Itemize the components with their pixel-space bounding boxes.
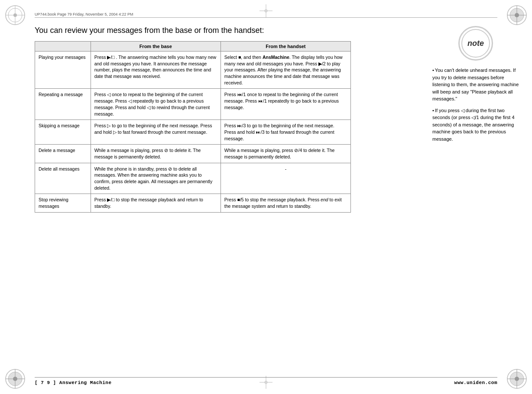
svg-point-4 [13,13,17,17]
note-text: You can't delete unheard messages. If yo… [432,67,519,142]
main-content: You can review your messages from the ba… [35,26,351,213]
row-label-0: Playing your messages [35,52,91,89]
corner-decoration-tl [4,4,26,26]
table-row: Delete all messagesWhile the phone is in… [35,163,351,194]
row-handset-5: Press ■/5 to stop the message playback. … [221,194,350,212]
header-text: UP744.book Page 79 Friday, November 5, 2… [35,12,133,16]
table-row: Repeating a messagePress ◁ once to repea… [35,89,351,120]
row-base-5: Press ▶/□ to stop the message playback a… [91,194,221,212]
row-base-3: While a message is playing, press ⊘ to d… [91,145,221,163]
row-label-3: Delete a message [35,145,91,163]
table-row: Playing your messagesPress ▶/□ . The ans… [35,52,351,89]
footer-left: [ 7 9 ] Answering Machine [35,380,112,385]
svg-point-9 [515,13,519,17]
col-header-label [35,42,91,52]
row-handset-3: While a message is playing, press ⊘/4 to… [221,145,350,163]
table-row: Delete a messageWhile a message is playi… [35,145,351,163]
page-title: You can review your messages from the ba… [35,26,351,35]
table-row: Stop reviewing messagesPress ▶/□ to stop… [35,194,351,212]
col-header-base: From the base [91,42,221,52]
note-box: note You can't delete unheard messages. … [432,26,519,147]
table-row: Skipping a messagePress ▷ to go to the b… [35,120,351,145]
page: UP744.book Page 79 Friday, November 5, 2… [0,0,532,394]
row-label-2: Skipping a message [35,120,91,145]
row-handset-2: Press ⏭/3 to go to the beginning of the … [221,120,350,145]
row-handset-0: Select ■, and then AnsMachine. The displ… [221,52,350,89]
footer: [ 7 9 ] Answering Machine www.uniden.com [35,377,497,385]
row-handset-4: - [221,163,350,194]
note-bullet: You can't delete unheard messages. If yo… [432,67,519,103]
footer-right: www.uniden.com [454,380,497,385]
row-label-1: Repeating a message [35,89,91,120]
corner-decoration-bl [4,368,26,390]
row-handset-1: Press ⏮/1 once to repeat to the beginnin… [221,89,350,120]
row-base-4: While the phone is in standby, press ⊘ t… [91,163,221,194]
row-label-5: Stop reviewing messages [35,194,91,212]
note-bullet: If you press ◁ during the first two seco… [432,107,519,143]
col-header-handset: From the handset [221,42,350,52]
row-base-1: Press ◁ once to repeat to the beginning … [91,89,221,120]
note-circle: note [458,26,493,61]
corner-decoration-tr [506,4,528,26]
main-table: From the base From the handset Playing y… [35,41,351,213]
header-bar: UP744.book Page 79 Friday, November 5, 2… [35,12,497,18]
row-label-4: Delete all messages [35,163,91,194]
row-base-2: Press ▷ to go to the beginning of the ne… [91,120,221,145]
row-base-0: Press ▶/□ . The answering machine tells … [91,52,221,89]
corner-decoration-br [506,368,528,390]
svg-point-19 [515,377,519,381]
svg-point-14 [13,377,17,381]
note-circle-label: note [461,29,490,58]
